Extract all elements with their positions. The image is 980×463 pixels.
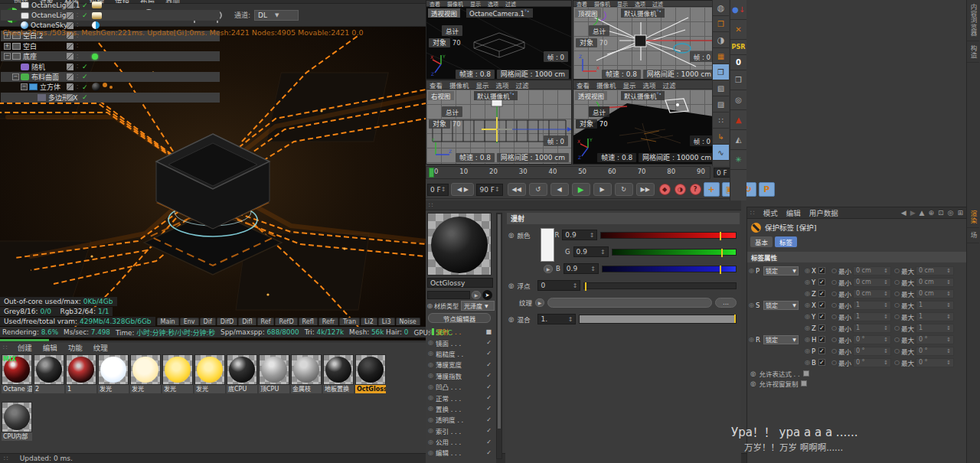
material-thumbnail[interactable]: 金属枝 [291,354,322,393]
render-pass-tab[interactable]: Li3 [378,318,395,325]
material-name-field[interactable]: OctGlossy [427,278,493,288]
material-channel-row[interactable]: ◎ 透明度 . . ✓ [426,414,495,425]
visibility-dots[interactable]: ⁚ [77,12,78,18]
material-channel-row[interactable]: ◎ 公用 . . . ✓ [426,436,495,447]
viewport-perspective-default[interactable]: 查看摄像机显示选项过滤 透视视图 默认摄像机°• 总计 对象 70 帧 : 0 … [573,80,718,165]
material-channel-row[interactable]: ◎ 正常 . . . ✓ [426,392,495,403]
material-swatch[interactable] [92,12,102,19]
visibility-dots[interactable]: ⁚ [77,73,78,80]
wire-sphere-icon[interactable]: ◍ [713,0,729,16]
material-thumbnail[interactable]: 2 [34,354,64,393]
viewport-menu-item[interactable]: 显示 [623,80,636,90]
object-row[interactable]: − 底座 ⁚ [1,51,220,61]
max-field[interactable]: 0 °↕ [916,347,954,356]
axis-mode-icon[interactable]: ↳ [713,129,729,145]
material-type-dropdown[interactable]: 光泽度▼ [461,301,495,311]
material-thumbnail[interactable]: MIX Octane 混.. [2,354,32,393]
object-label[interactable]: 随机 [31,62,45,72]
end-frame-field[interactable]: 90 F↕ [476,184,502,196]
panel-grip-icon[interactable]: ∷ [3,344,8,351]
max-field[interactable]: 0 cm↕ [916,266,954,276]
material-thumbnail[interactable]: 发光 [130,354,161,393]
expand-toggle[interactable]: − [12,73,19,80]
layer-toggle[interactable] [67,2,74,8]
attribute-menu-item[interactable]: 模式 [763,207,778,218]
min-field[interactable]: 1↕ [853,301,891,310]
model-mode-icon[interactable]: ❒ [713,64,729,80]
expand-arrow-icon[interactable]: ▶ [535,298,544,307]
render-pass-tab[interactable]: Tran [339,318,360,325]
material-thumbnail[interactable]: 底CPU [227,354,257,393]
float-slider[interactable] [583,282,737,289]
render-pass-tab[interactable]: Difl [238,318,256,325]
layer-toggle[interactable] [67,12,74,19]
expand-toggle[interactable]: − [21,83,28,90]
max-field[interactable]: 1↕ [916,301,954,310]
viewport-top[interactable]: 查看摄像机显示选项过滤 顶视图 默认摄像机°• 总计 对象 70 帧 : 0 帧… [573,0,718,80]
history-forward-icon[interactable]: ▶ [910,209,916,217]
object-row[interactable]: OctaneLight.1 ⁚ ✓ [1,0,220,10]
object-label[interactable]: 底座 [23,51,37,61]
object-label[interactable]: 空白 [23,41,37,51]
side-tab[interactable]: 构造 [967,41,979,63]
viewport-menu-item[interactable]: 查看 [577,80,590,90]
viewport-menu-item[interactable]: 查看 [430,80,443,90]
material-thumbnail[interactable]: OctGlossy [355,354,386,393]
axis-checkbox[interactable]: ✓ [818,336,825,343]
enable-check[interactable]: ✓ [82,63,88,70]
expand-toggle[interactable]: − [4,53,11,60]
min-field[interactable]: 0 cm↕ [853,289,891,298]
layer-toggle[interactable] [67,53,74,60]
lock-dropdown[interactable]: 锁定▼ [763,266,799,276]
layer-toggle[interactable] [67,43,74,50]
axis-checkbox[interactable]: ✓ [818,279,825,285]
texture-field[interactable] [547,298,712,308]
material-thumbnail[interactable]: 顶CPU [259,354,289,393]
expand-arrow-icon[interactable]: ▶ [472,291,481,299]
psr-reset-icon[interactable]: PSR [730,40,746,55]
snap-mode-icon[interactable]: ∿ [713,145,729,161]
min-field[interactable]: 1↕ [853,324,891,333]
edge-mode-icon[interactable]: ▨ [713,96,729,112]
viewport-menu-item[interactable]: 过滤 [663,80,676,90]
max-field[interactable]: 0 °↕ [916,335,954,344]
material-menu-item[interactable]: 创建 [18,342,32,353]
plane-mode-icon[interactable]: ▦ [713,48,729,64]
channel-check[interactable]: ✓ [486,350,492,357]
layer-toggle[interactable] [67,94,74,101]
lock-icon[interactable]: ⊡ [938,209,944,217]
viewport-menu-item[interactable]: 显示 [476,80,489,90]
enable-check[interactable]: ✓ [82,73,88,80]
material-channel-row[interactable]: ◎ 薄膜指数 ✓ [426,370,495,381]
material-thumbnail[interactable]: CPU内部 [2,402,32,441]
target-icon[interactable]: ◎ [948,209,954,217]
visibility-dots[interactable]: ⁚ [77,43,78,49]
visibility-dots[interactable]: ⁚ [77,2,78,8]
material-thumbnail[interactable]: 发光 [194,354,225,393]
channel-check[interactable]: ✓ [486,416,492,423]
history-back-icon[interactable]: ◀ [901,209,906,217]
min-field[interactable]: 0 cm↕ [853,266,891,276]
timeline-playhead[interactable] [429,168,434,178]
layer-toggle[interactable] [67,83,74,90]
axis-checkbox[interactable]: ✓ [818,302,825,308]
magnet-tool-icon[interactable]: ◎ [730,90,746,110]
render-pass-tab[interactable]: Main [157,318,179,325]
zero-icon[interactable]: 0 [730,55,746,70]
material-thumbnail[interactable]: 1 [66,354,96,393]
object-row[interactable]: 随机 ⁚ ✓ [1,61,220,71]
min-field[interactable]: 0 °↕ [853,335,891,344]
expand-toggle[interactable]: + [4,43,11,50]
transport-button[interactable]: ▶ [572,183,590,196]
record-button[interactable]: ? [690,184,701,195]
color-b-slider[interactable] [602,266,737,272]
attribute-tab[interactable]: 基本 [750,236,773,247]
float-field[interactable]: 0↕ [537,280,580,291]
max-field[interactable]: 1↕ [916,324,954,333]
channel-check[interactable]: ✓ [486,339,492,346]
viewport-menu-item[interactable]: 选项 [496,80,509,90]
render-pass-tab[interactable]: Dif [200,318,216,325]
viewport-camera-badge[interactable]: 默认摄像机°• [621,8,665,18]
enable-check[interactable]: ✓ [82,11,88,19]
viewport-right[interactable]: 查看摄像机显示选项过滤 右视图 默认摄像机°• 总计 对象 70 帧 : 0 帧… [426,80,572,165]
